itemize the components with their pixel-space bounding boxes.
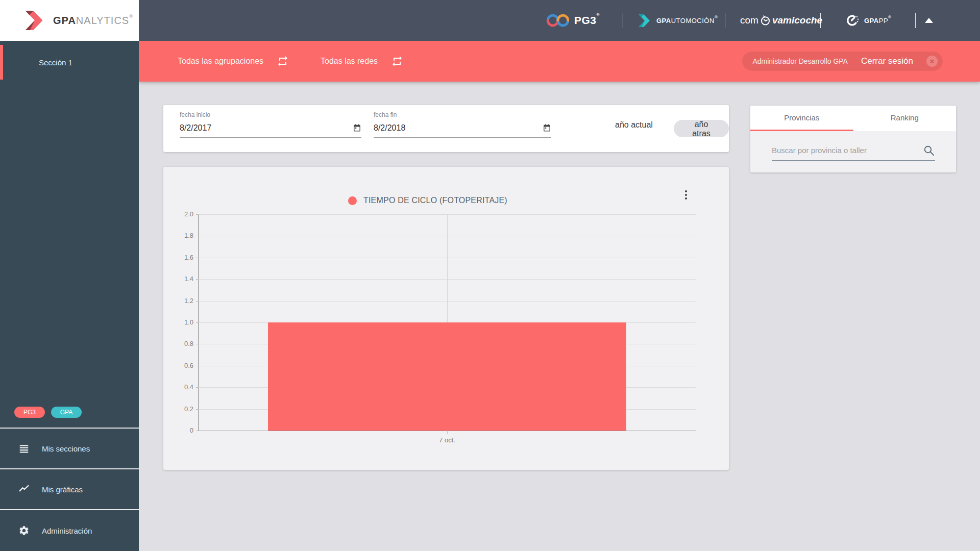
pg3-logo[interactable]: PG3® xyxy=(547,0,600,41)
search-icon[interactable] xyxy=(923,144,935,157)
tab-provincias[interactable]: Provincias xyxy=(750,106,853,131)
chart-plot: 2.01.81.61.41.21.00.80.60.40.207 oct. xyxy=(198,214,696,431)
gpapp-label: GPAPP® xyxy=(864,17,891,24)
sidebar-item-label: Mis gráficas xyxy=(42,485,83,494)
start-date-input[interactable] xyxy=(180,123,353,133)
y-axis-tick-label: 0.4 xyxy=(171,383,193,391)
x-axis-tick xyxy=(447,431,448,434)
sidebar-item-administracion[interactable]: Administración xyxy=(0,509,139,551)
caret-up-icon xyxy=(925,18,933,23)
panel-tabbar: Provincias Ranking xyxy=(750,106,956,131)
current-year-button[interactable]: año actual xyxy=(615,120,653,130)
sidebar-item-label: Administración xyxy=(42,527,92,535)
header-divider xyxy=(623,13,623,28)
sidebar-item-seccion-1[interactable]: Sección 1 xyxy=(0,45,139,80)
user-session-pill: Administrador Desarrollo GPA Cerrar sesi… xyxy=(742,52,943,71)
y-axis-tick xyxy=(196,387,199,388)
y-axis-tick xyxy=(196,431,199,431)
gpanalytics-wordmark: GPANALYTICS® xyxy=(53,15,133,27)
y-axis-tick xyxy=(196,236,199,236)
chart-bar[interactable] xyxy=(268,322,626,431)
gpautomocion-logo[interactable]: GPAUTOMOCIÓN® xyxy=(638,0,718,41)
chart-menu-button[interactable] xyxy=(683,188,689,202)
y-axis-tick xyxy=(196,409,199,410)
wrench-spark-icon xyxy=(845,13,859,28)
end-date-input[interactable] xyxy=(374,123,543,133)
compravamicoche-logo[interactable]: com vamicoche xyxy=(740,0,822,41)
gpanalytics-arrow-icon xyxy=(24,9,45,32)
y-axis-tick xyxy=(196,322,199,323)
header-divider xyxy=(725,13,725,28)
gear-icon xyxy=(18,525,30,536)
pg3-badge[interactable]: PG3 xyxy=(14,407,45,418)
y-axis-tick xyxy=(196,279,199,280)
sidebar: Sección 1 PG3 GPA Mis secciones Mis gráf… xyxy=(0,41,139,551)
gpanalytics-logo[interactable]: GPANALYTICS® xyxy=(0,0,139,41)
gpa-badge[interactable]: GPA xyxy=(51,407,82,418)
y-axis-tick-label: 1.8 xyxy=(171,232,193,239)
x-axis-tick-label: 7 oct. xyxy=(439,436,455,444)
y-axis-tick xyxy=(196,214,199,215)
sidebar-item-label: Mis secciones xyxy=(42,444,90,453)
y-axis-tick-label: 0.2 xyxy=(171,405,193,413)
tab-ranking[interactable]: Ranking xyxy=(853,106,957,131)
collapse-header-button[interactable] xyxy=(925,0,933,41)
repeat-icon xyxy=(277,55,289,67)
section-label: Sección 1 xyxy=(39,58,72,67)
logout-button[interactable]: Cerrar sesión xyxy=(861,56,913,66)
chart-card: TIEMPO DE CICLO (FOTOPERITAJE) 2.01.81.6… xyxy=(163,167,729,470)
user-name: Administrador Desarrollo GPA xyxy=(752,57,847,65)
y-axis-tick-label: 1.4 xyxy=(171,275,193,283)
header-divider xyxy=(915,13,916,28)
sidebar-item-mis-secciones[interactable]: Mis secciones xyxy=(0,428,139,468)
calendar-icon[interactable] xyxy=(543,123,551,132)
chart-legend: TIEMPO DE CICLO (FOTOPERITAJE) xyxy=(348,196,507,205)
y-axis-tick xyxy=(196,301,199,302)
y-axis-tick-label: 1.0 xyxy=(171,318,193,326)
end-date-field: fecha fin xyxy=(374,111,551,138)
gpautomocion-label: GPAUTOMOCIÓN® xyxy=(656,17,718,24)
line-chart-icon xyxy=(18,484,30,495)
gpautomocion-arrow-icon xyxy=(638,14,651,28)
gpapp-logo[interactable]: GPAPP® xyxy=(845,0,891,41)
reorder-icon xyxy=(18,443,30,454)
y-axis-tick-label: 0.6 xyxy=(171,362,193,369)
header-divider xyxy=(820,13,821,28)
compravamicoche-label: com vamicoche xyxy=(740,14,822,27)
year-ago-button[interactable]: año atras xyxy=(674,120,729,137)
legend-dot xyxy=(348,196,357,205)
province-panel: Provincias Ranking xyxy=(750,106,956,172)
networks-filter-label: Todas las redes xyxy=(321,57,378,66)
calendar-icon[interactable] xyxy=(353,123,361,132)
end-date-label: fecha fin xyxy=(374,111,551,118)
filter-bar: Todas las agrupaciones Todas las redes A… xyxy=(139,41,980,82)
y-axis-tick xyxy=(196,258,199,258)
groupings-filter[interactable]: Todas las agrupaciones xyxy=(178,41,289,82)
repeat-icon xyxy=(391,55,403,67)
y-axis-tick-label: 1.6 xyxy=(171,254,193,261)
date-range-card: fecha inicio fecha fin año actual año at… xyxy=(163,105,729,152)
y-axis-tick-label: 1.2 xyxy=(171,297,193,305)
top-header: PG3® GPAUTOMOCIÓN® com vamicoche xyxy=(139,0,980,41)
sidebar-item-mis-graficas[interactable]: Mis gráficas xyxy=(0,468,139,509)
legend-label: TIEMPO DE CICLO (FOTOPERITAJE) xyxy=(363,196,507,205)
pg3-label: PG3® xyxy=(574,14,600,27)
search-input[interactable] xyxy=(772,146,923,155)
search-field xyxy=(772,140,935,161)
y-axis-tick-label: 2.0 xyxy=(171,210,193,218)
groupings-filter-label: Todas las agrupaciones xyxy=(178,57,263,66)
start-date-label: fecha inicio xyxy=(180,111,361,118)
start-date-field: fecha inicio xyxy=(180,111,361,138)
y-axis-tick-label: 0.8 xyxy=(171,340,193,347)
sidebar-menu: Mis secciones Mis gráficas Administració… xyxy=(0,428,139,551)
app-root: GPANALYTICS® PG3® GPAUTOMOCIÓN® com xyxy=(0,0,980,551)
y-axis-tick-label: 0 xyxy=(171,427,193,434)
logout-close-icon[interactable]: ✕ xyxy=(926,56,938,67)
y-axis-tick xyxy=(196,344,199,344)
sidebar-badges: PG3 GPA xyxy=(14,407,82,418)
pg3-infinity-icon xyxy=(547,13,569,28)
stopwatch-icon xyxy=(760,14,771,27)
y-axis-tick xyxy=(196,366,199,366)
networks-filter[interactable]: Todas las redes xyxy=(321,41,403,82)
